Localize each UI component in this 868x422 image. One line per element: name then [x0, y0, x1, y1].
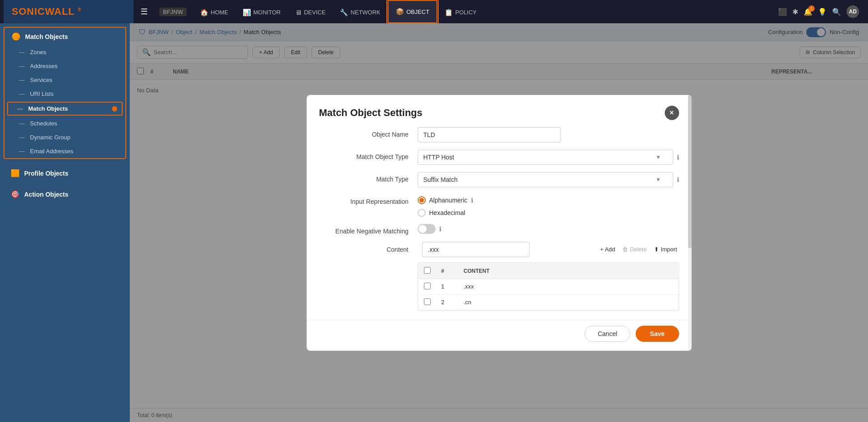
sidebar-item-addresses[interactable]: — Addresses	[4, 59, 125, 73]
nav-monitor[interactable]: 📊 MONITOR	[235, 0, 288, 23]
dash-icon: —	[19, 77, 25, 83]
modal-dialog: Match Object Settings × Object Name Matc…	[307, 95, 692, 351]
action-objects-icon: 🎯	[11, 190, 20, 198]
neg-matching-wrap: ℹ	[418, 224, 679, 234]
notification-badge: 1	[808, 5, 815, 12]
object-name-label: Object Name	[319, 127, 418, 138]
content-table-body: 1 .xxx 2 .cn	[418, 279, 678, 310]
dash-icon: —	[19, 120, 25, 127]
save-button[interactable]: Save	[636, 326, 679, 342]
object-icon: 📦	[396, 8, 404, 16]
radio-hexadecimal[interactable]	[418, 209, 426, 217]
match-type-wrap: Suffix Match ▼ ℹ	[418, 172, 679, 187]
import-content-button[interactable]: ⬆ Import	[654, 246, 677, 253]
content-table-header-row: # CONTENT	[418, 263, 678, 279]
info-icon-type[interactable]: ℹ	[677, 154, 679, 161]
nav-policy[interactable]: 📋 POLICY	[437, 0, 484, 23]
nav-network[interactable]: 🔧 NETWORK	[333, 0, 387, 23]
sidebar-item-dynamic-group[interactable]: — Dynamic Group	[4, 130, 125, 144]
th-content-num: #	[436, 263, 458, 279]
search-icon[interactable]: 🔍	[832, 8, 841, 16]
content-input-row: Content + Add 🗑 Delete ⬆ Import	[319, 242, 679, 257]
content-checkbox-1[interactable]	[424, 283, 431, 289]
sidebar-section-match-objects: 🟠 Match Objects — Zones — Addresses — Se…	[4, 27, 126, 159]
cancel-button[interactable]: Cancel	[585, 326, 630, 342]
schedules-label: Schedules	[30, 120, 57, 127]
neg-matching-label: Enable Negative Matching	[319, 224, 418, 235]
policy-icon: 📋	[445, 9, 453, 17]
match-type-select[interactable]: Suffix Match	[418, 172, 673, 187]
content-input[interactable]	[422, 242, 530, 257]
sidebar-item-match-objects[interactable]: — Match Objects	[7, 102, 123, 116]
user-avatar[interactable]: AD	[847, 5, 859, 18]
info-icon-neg[interactable]: ℹ	[439, 225, 441, 233]
object-type-wrap: HTTP Host ▼ ℹ	[418, 150, 679, 165]
content-checkbox-2[interactable]	[424, 298, 431, 305]
content-label: Content	[319, 246, 418, 253]
profile-objects-icon: 🟧	[11, 169, 20, 177]
sidebar-section-action-objects[interactable]: 🎯 Action Objects	[4, 185, 126, 203]
content-row1-value: .xxx	[458, 279, 679, 294]
wrench-icon[interactable]: ✱	[792, 8, 798, 16]
delete-content-button[interactable]: 🗑 Delete	[622, 246, 647, 253]
content-table: # CONTENT 1 .xxx	[418, 263, 679, 310]
match-objects-icon: 🟠	[12, 32, 21, 41]
nav-network-label: NETWORK	[351, 9, 380, 16]
toggle-off-knob	[419, 225, 427, 233]
lightbulb-icon[interactable]: 💡	[818, 8, 827, 16]
content-row1-num: 1	[436, 279, 458, 294]
content-select-all[interactable]	[424, 267, 431, 274]
nav-policy-label: POLICY	[455, 9, 477, 16]
match-objects-label: Match Objects	[28, 105, 68, 112]
sidebar-item-services[interactable]: — Services	[4, 73, 125, 87]
nav-object[interactable]: 📦 OBJECT	[388, 0, 437, 23]
device-name: BFJNW	[159, 8, 187, 16]
sidebar-match-objects-label: Match Objects	[25, 33, 68, 40]
monitor-icon: 📊	[243, 9, 251, 17]
radio-alphanumeric[interactable]	[418, 196, 426, 204]
content-actions: + Add 🗑 Delete ⬆ Import	[600, 246, 679, 253]
input-rep-wrap: Alphanumeric ℹ Hexadecimal	[418, 194, 679, 217]
content-row1-cb	[418, 279, 436, 294]
network-icon: 🔧	[340, 9, 348, 17]
sidebar-item-uri-lists[interactable]: — URI Lists	[4, 87, 125, 101]
neg-matching-toggle-row: ℹ	[418, 224, 679, 234]
scrollbar-thumb[interactable]	[688, 95, 692, 249]
hexadecimal-label: Hexadecimal	[429, 209, 466, 216]
nav-home-label: HOME	[211, 9, 228, 16]
terminal-icon[interactable]: ⬛	[778, 8, 787, 16]
modal-close-button[interactable]: ×	[665, 106, 679, 120]
active-dot	[112, 106, 117, 112]
sidebar-item-email-addresses[interactable]: — Email Addresses	[4, 144, 125, 158]
sidebar-section-header-match[interactable]: 🟠 Match Objects	[4, 28, 125, 45]
object-type-select[interactable]: HTTP Host	[418, 150, 673, 165]
input-rep-row: Input Representation Alphanumeric ℹ	[319, 194, 679, 217]
dash-icon: —	[19, 148, 25, 155]
info-icon-match[interactable]: ℹ	[677, 176, 679, 183]
dash-icon: —	[19, 63, 25, 69]
neg-matching-toggle[interactable]	[418, 224, 436, 234]
nav-home[interactable]: 🏠 HOME	[193, 0, 235, 23]
sidebar-item-zones[interactable]: — Zones	[4, 45, 125, 59]
delete-label: Delete	[630, 246, 647, 253]
match-type-row: Match Type Suffix Match ▼ ℹ	[319, 172, 679, 187]
th-cb	[418, 263, 436, 279]
info-icon-alphanum[interactable]: ℹ	[471, 197, 473, 204]
nav-device[interactable]: 🖥 DEVICE	[288, 0, 333, 23]
content-row-1: 1 .xxx	[418, 279, 678, 294]
modal-footer: Cancel Save	[307, 320, 692, 351]
alphanumeric-label: Alphanumeric	[429, 197, 468, 204]
top-navigation: SONICWALL ® ☰ BFJNW 🏠 HOME 📊 MONITOR 🖥 D…	[0, 0, 868, 23]
object-type-label: Match Object Type	[319, 150, 418, 160]
sidebar-item-schedules[interactable]: — Schedules	[4, 116, 125, 130]
object-name-input[interactable]	[418, 127, 561, 142]
sidebar-section-profile-objects[interactable]: 🟧 Profile Objects	[4, 164, 126, 182]
radio-hexadecimal-row: Hexadecimal	[418, 209, 679, 217]
radio-alphanumeric-row: Alphanumeric ℹ	[418, 196, 679, 204]
add-content-button[interactable]: + Add	[600, 246, 615, 253]
object-name-row: Object Name	[319, 127, 679, 142]
dash-icon: —	[19, 49, 25, 56]
bell-icon[interactable]: 🔔 1	[804, 8, 812, 16]
match-type-label: Match Type	[319, 172, 418, 183]
hamburger-menu[interactable]: ☰	[141, 7, 148, 17]
